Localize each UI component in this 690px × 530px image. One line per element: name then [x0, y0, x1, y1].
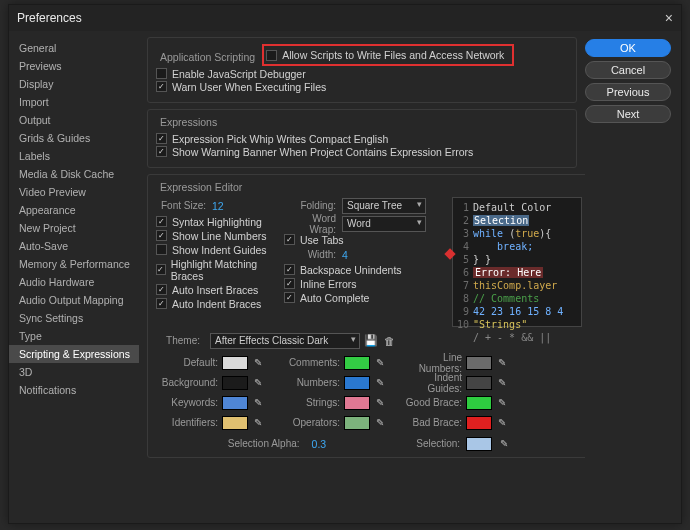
checkbox-icon [156, 298, 167, 309]
eyedropper-icon[interactable]: ✎ [498, 438, 510, 450]
sidebar-item-video-preview[interactable]: Video Preview [9, 183, 139, 201]
font-size-value[interactable]: 12 [212, 200, 224, 212]
eyedropper-icon[interactable]: ✎ [252, 417, 264, 429]
chk-line-numbers[interactable]: Show Line Numbers [156, 230, 276, 242]
chk-indent-guides[interactable]: Show Indent Guides [156, 244, 276, 256]
sidebar-item-media-disk-cache[interactable]: Media & Disk Cache [9, 165, 139, 183]
chk-auto-insert-braces[interactable]: Auto Insert Braces [156, 284, 276, 296]
sidebar-item-appearance[interactable]: Appearance [9, 201, 139, 219]
eyedropper-icon[interactable]: ✎ [252, 357, 264, 369]
swatch-operators[interactable] [344, 416, 370, 430]
theme-row-indent_guides: Indent Guides:✎ [400, 373, 508, 393]
sidebar-item-3d[interactable]: 3D [9, 363, 139, 381]
swatch-selection[interactable] [466, 437, 492, 451]
eyedropper-icon[interactable]: ✎ [374, 417, 386, 429]
swatch-background[interactable] [222, 376, 248, 390]
sidebar-item-import[interactable]: Import [9, 93, 139, 111]
chk-warn-exec-files[interactable]: Warn User When Executing Files [156, 81, 568, 93]
swatch-keywords[interactable] [222, 396, 248, 410]
delete-theme-icon[interactable]: 🗑 [382, 334, 396, 348]
eyedropper-icon[interactable]: ✎ [496, 397, 508, 409]
tab-width-value[interactable]: 4 [342, 249, 348, 261]
sidebar-item-auto-save[interactable]: Auto-Save [9, 237, 139, 255]
sidebar-item-output[interactable]: Output [9, 111, 139, 129]
chk-auto-indent-braces[interactable]: Auto Indent Braces [156, 298, 276, 310]
chk-use-tabs[interactable]: Use Tabs [284, 234, 444, 246]
eyedropper-icon[interactable]: ✎ [374, 397, 386, 409]
sidebar-item-audio-output-mapping[interactable]: Audio Output Mapping [9, 291, 139, 309]
theme-label-bad_brace: Bad Brace: [400, 417, 462, 428]
swatch-line_numbers[interactable] [466, 356, 492, 370]
chk-label: Auto Complete [300, 292, 369, 304]
sidebar-item-audio-hardware[interactable]: Audio Hardware [9, 273, 139, 291]
dialog-title: Preferences [17, 11, 82, 25]
swatch-default[interactable] [222, 356, 248, 370]
sidebar-item-general[interactable]: General [9, 39, 139, 57]
theme-select[interactable]: After Effects Classic Dark [210, 333, 360, 349]
legend-expressions: Expressions [156, 116, 221, 128]
swatch-identifiers[interactable] [222, 416, 248, 430]
eyedropper-icon[interactable]: ✎ [496, 357, 508, 369]
swatch-comments[interactable] [344, 356, 370, 370]
theme-col-c: Line Numbers:✎Indent Guides:✎Good Brace:… [400, 353, 508, 433]
theme-row-good_brace: Good Brace:✎ [400, 393, 508, 413]
cancel-button[interactable]: Cancel [585, 61, 671, 79]
theme-row-line_numbers: Line Numbers:✎ [400, 353, 508, 373]
swatch-strings[interactable] [344, 396, 370, 410]
chk-label: Auto Insert Braces [172, 284, 258, 296]
theme-label-strings: Strings: [278, 397, 340, 408]
folding-select[interactable]: Square Tree [342, 198, 426, 214]
eyedropper-icon[interactable]: ✎ [252, 397, 264, 409]
tab-width-label: Width: [284, 249, 342, 260]
chk-enable-js-debugger[interactable]: Enable JavaScript Debugger [156, 68, 568, 80]
checkbox-icon [156, 284, 167, 295]
sidebar-item-memory-performance[interactable]: Memory & Performance [9, 255, 139, 273]
chk-pick-whip-compact[interactable]: Expression Pick Whip Writes Compact Engl… [156, 133, 568, 145]
eyedropper-icon[interactable]: ✎ [496, 417, 508, 429]
eyedropper-icon[interactable]: ✎ [252, 377, 264, 389]
previous-button[interactable]: Previous [585, 83, 671, 101]
swatch-good_brace[interactable] [466, 396, 492, 410]
eyedropper-icon[interactable]: ✎ [374, 377, 386, 389]
chk-syntax-highlight[interactable]: Syntax Highlighting [156, 216, 276, 228]
save-theme-icon[interactable]: 💾 [364, 334, 378, 348]
selection-color-label: Selection: [398, 438, 460, 449]
chk-label: Expression Pick Whip Writes Compact Engl… [172, 133, 388, 145]
theme-row-numbers: Numbers:✎ [278, 373, 386, 393]
chk-label: Allow Scripts to Write Files and Access … [282, 49, 504, 61]
selection-alpha-value[interactable]: 0.3 [312, 438, 327, 450]
close-icon[interactable]: × [665, 10, 673, 26]
sidebar-item-notifications[interactable]: Notifications [9, 381, 139, 399]
checkbox-icon [156, 230, 167, 241]
sidebar-item-labels[interactable]: Labels [9, 147, 139, 165]
word-wrap-select[interactable]: Word [342, 216, 426, 232]
chk-inline-errors[interactable]: Inline Errors [284, 278, 444, 290]
swatch-indent_guides[interactable] [466, 376, 492, 390]
chk-label: Inline Errors [300, 278, 357, 290]
chk-allow-scripts-write[interactable]: Allow Scripts to Write Files and Access … [266, 49, 504, 61]
sidebar-item-display[interactable]: Display [9, 75, 139, 93]
sidebar-item-previews[interactable]: Previews [9, 57, 139, 75]
swatch-numbers[interactable] [344, 376, 370, 390]
sidebar-item-grids-guides[interactable]: Grids & Guides [9, 129, 139, 147]
chk-label: Show Warning Banner When Project Contain… [172, 146, 473, 158]
ok-button[interactable]: OK [585, 39, 671, 57]
eyedropper-icon[interactable]: ✎ [496, 377, 508, 389]
chk-match-braces[interactable]: Highlight Matching Braces [156, 258, 276, 282]
next-button[interactable]: Next [585, 105, 671, 123]
sidebar-item-new-project[interactable]: New Project [9, 219, 139, 237]
selection-alpha-label: Selection Alpha: [228, 438, 306, 449]
sidebar-item-type[interactable]: Type [9, 327, 139, 345]
chk-label: Show Line Numbers [172, 230, 267, 242]
sidebar-item-sync-settings[interactable]: Sync Settings [9, 309, 139, 327]
chk-backspace-unindents[interactable]: Backspace Unindents [284, 264, 444, 276]
chk-warning-banner[interactable]: Show Warning Banner When Project Contain… [156, 146, 568, 158]
eyedropper-icon[interactable]: ✎ [374, 357, 386, 369]
checkbox-icon [284, 292, 295, 303]
chk-auto-complete[interactable]: Auto Complete [284, 292, 444, 304]
swatch-bad_brace[interactable] [466, 416, 492, 430]
group-app-scripting: Application Scripting Allow Scripts to W… [147, 37, 577, 103]
chk-label: Highlight Matching Braces [171, 258, 276, 282]
sidebar-item-scripting-expressions[interactable]: Scripting & Expressions [9, 345, 139, 363]
theme-row-bad_brace: Bad Brace:✎ [400, 413, 508, 433]
